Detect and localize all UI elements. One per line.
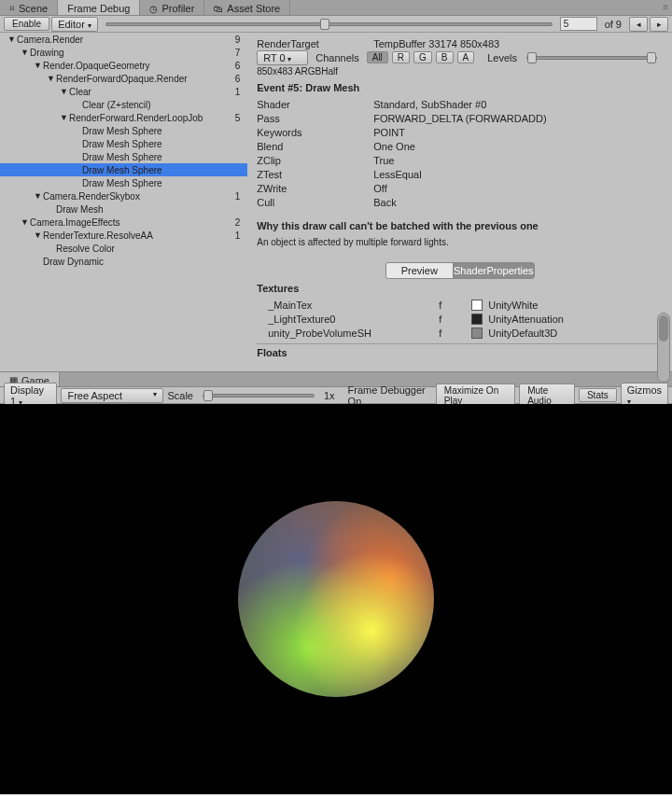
texture-row[interactable]: _MainTexfUnityWhite (257, 298, 663, 312)
tree-label: Clear (69, 87, 235, 97)
tree-row[interactable]: Draw Mesh Sphere (0, 176, 247, 189)
tab-scene[interactable]: ⌗Scene (0, 0, 58, 15)
tree-label: Draw Mesh (56, 204, 240, 215)
preview-shader-switch: Preview ShaderProperties (385, 262, 535, 279)
tree-count: 9 (235, 35, 245, 45)
levels-slider[interactable] (526, 56, 657, 60)
tree-count: 6 (235, 61, 245, 71)
foldout-icon[interactable]: ▼ (60, 113, 69, 122)
next-frame-button[interactable]: ▸ (650, 17, 668, 32)
tree-label: Draw Mesh Sphere (82, 126, 240, 136)
detail-row: ZWriteOff (257, 181, 663, 195)
tree-label: Draw Mesh Sphere (82, 178, 240, 188)
tree-row[interactable]: ▼RenderForward.RenderLoopJob5 (0, 111, 247, 124)
tree-row[interactable]: ▼RenderTexture.ResolveAA1 (0, 229, 247, 242)
tree-row[interactable]: ▼Camera.ImageEffects2 (0, 216, 247, 229)
tree-row[interactable]: ▼Clear1 (0, 85, 247, 98)
batch-reason: An object is affected by multiple forwar… (257, 235, 663, 249)
tree-row[interactable]: ▼Camera.RenderSkybox1 (0, 189, 247, 202)
draw-call-tree[interactable]: ▼Camera.Render9▼Drawing7▼Render.OpaqueGe… (0, 33, 247, 371)
tree-count: 5 (235, 113, 245, 123)
tree-label: Camera.RenderSkybox (43, 191, 235, 202)
frame-slider[interactable] (105, 22, 553, 26)
tree-label: Drawing (30, 48, 235, 58)
tree-row[interactable]: Draw Dynamic (0, 255, 247, 268)
detail-scrollbar[interactable] (657, 313, 670, 383)
tree-row[interactable]: Draw Mesh (0, 202, 247, 216)
tree-label: Resolve Color (56, 244, 240, 254)
detail-row: ZClipTrue (257, 153, 663, 167)
tree-row[interactable]: Draw Mesh Sphere (0, 163, 247, 176)
detail-row: PassFORWARD_DELTA (FORWARDADD) (257, 111, 663, 125)
foldout-icon[interactable]: ▼ (21, 217, 30, 227)
frame-debugger-on-label: Frame Debugger On (343, 384, 432, 407)
scene-icon: ⌗ (9, 3, 15, 14)
rt-dimensions: 850x483 ARGBHalf (257, 64, 663, 78)
tree-label: Camera.Render (17, 35, 235, 45)
profiler-icon: ◷ (149, 4, 158, 14)
tree-label: Draw Mesh Sphere (82, 165, 240, 175)
texture-row[interactable]: unity_ProbeVolumeSHfUnityDefault3D (257, 326, 663, 340)
prev-frame-button[interactable]: ◂ (629, 17, 648, 32)
tab-asset-store[interactable]: 🛍Asset Store (204, 0, 290, 15)
foldout-icon[interactable]: ▼ (47, 74, 56, 83)
tree-label: Draw Mesh Sphere (82, 139, 240, 149)
dock-menu-icon[interactable]: ≡ (659, 0, 672, 15)
tree-count: 6 (235, 74, 245, 84)
channel-r-button[interactable]: R (392, 51, 410, 63)
foldout-icon[interactable]: ▼ (34, 230, 43, 240)
tree-row[interactable]: ▼RenderForwardOpaque.Render6 (0, 72, 247, 85)
tree-row[interactable]: ▼Drawing7 (0, 46, 247, 59)
asset-store-icon: 🛍 (214, 4, 223, 14)
channels-label: Channels (312, 52, 362, 63)
scale-label: Scale (167, 390, 193, 401)
enable-button[interactable]: Enable (4, 17, 49, 31)
channel-b-button[interactable]: B (436, 51, 454, 63)
tab-frame-debug[interactable]: Frame Debug (58, 0, 140, 15)
scale-slider[interactable] (203, 394, 315, 398)
levels-label: Levels (478, 52, 517, 63)
shader-properties-button[interactable]: ShaderProperties (454, 263, 534, 278)
rendertarget-value: TempBuffer 33174 850x483 (373, 38, 499, 49)
channel-all-button[interactable]: All (367, 51, 388, 63)
aspect-dropdown[interactable]: Free Aspect ▾ (61, 388, 163, 403)
tree-row[interactable]: Draw Mesh Sphere (0, 137, 247, 150)
tree-row[interactable]: ▼Camera.Render9 (0, 33, 247, 46)
detail-pane: RenderTargetTempBuffer 33174 850x483 RT … (247, 33, 672, 371)
detail-row: ShaderStandard, SubShader #0 (257, 97, 663, 111)
tree-row[interactable]: Clear (Z+stencil) (0, 98, 247, 111)
tree-label: RenderForwardOpaque.Render (56, 74, 235, 84)
scale-value: 1x (324, 390, 335, 401)
tree-label: Draw Mesh Sphere (82, 152, 240, 162)
foldout-icon[interactable]: ▼ (7, 35, 17, 44)
tree-count: 1 (235, 191, 245, 202)
tree-label: Camera.ImageEffects (30, 217, 235, 228)
preview-button[interactable]: Preview (386, 263, 454, 278)
game-view[interactable] (0, 404, 672, 794)
detail-row: KeywordsPOINT (257, 125, 663, 139)
tree-label: Clear (Z+stencil) (82, 100, 240, 110)
tree-label: Draw Dynamic (43, 257, 240, 267)
channel-a-button[interactable]: A (457, 51, 475, 63)
frame-debug-toolbar: Enable Editor ▾ of 9 ◂ ▸ (0, 16, 672, 33)
foldout-icon[interactable]: ▼ (60, 87, 69, 96)
foldout-icon[interactable]: ▼ (34, 191, 43, 201)
texture-row[interactable]: _LightTexture0fUnityAttenuation (257, 312, 663, 326)
tree-count: 1 (235, 230, 245, 241)
tree-row[interactable]: Draw Mesh Sphere (0, 150, 247, 163)
editor-dropdown[interactable]: Editor ▾ (51, 17, 98, 32)
stats-button[interactable]: Stats (579, 388, 617, 402)
rt-dropdown[interactable]: RT 0 ▾ (257, 50, 308, 65)
detail-row: ZTestLessEqual (257, 167, 663, 181)
tree-label: RenderForward.RenderLoopJob (69, 113, 235, 123)
detail-row: CullBack (257, 195, 663, 209)
foldout-icon[interactable]: ▼ (34, 61, 43, 70)
tab-profiler[interactable]: ◷Profiler (140, 0, 204, 15)
tree-count: 7 (235, 48, 245, 58)
channel-g-button[interactable]: G (413, 51, 432, 63)
frame-number-input[interactable] (560, 17, 597, 31)
tree-row[interactable]: ▼Render.OpaqueGeometry6 (0, 59, 247, 72)
tree-row[interactable]: Resolve Color (0, 242, 247, 255)
tree-row[interactable]: Draw Mesh Sphere (0, 124, 247, 137)
foldout-icon[interactable]: ▼ (21, 48, 30, 57)
